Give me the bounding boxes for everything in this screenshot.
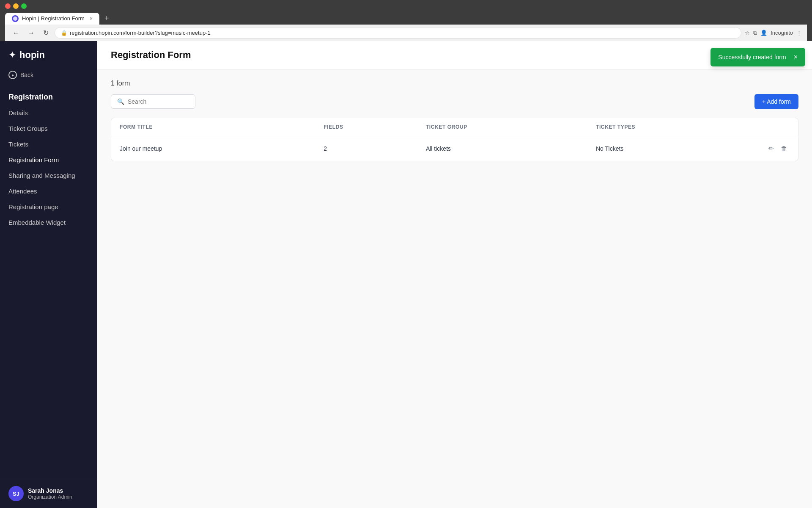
col-header-actions bbox=[757, 118, 798, 136]
sidebar-item-registration-form[interactable]: Registration Form bbox=[0, 152, 97, 168]
browser-chrome: Hopin | Registration Form × + ← → ↻ 🔒 re… bbox=[0, 0, 812, 41]
toolbar: 🔍 + Add form bbox=[111, 94, 798, 109]
logo-text: hopin bbox=[19, 50, 45, 61]
split-view-icon[interactable]: ⧉ bbox=[753, 30, 757, 36]
search-icon: 🔍 bbox=[117, 98, 124, 105]
tab-bar: Hopin | Registration Form × + bbox=[5, 12, 807, 25]
sidebar-item-embeddable-widget[interactable]: Embeddable Widget bbox=[0, 215, 97, 230]
maximize-traffic-light[interactable] bbox=[21, 3, 27, 9]
back-circle-icon: ● bbox=[8, 71, 17, 79]
forms-table: FORM TITLE FIELDS TICKET GROUP TICKET TY… bbox=[111, 118, 798, 161]
tab-title: Hopin | Registration Form bbox=[22, 15, 85, 22]
lock-icon: 🔒 bbox=[61, 30, 67, 36]
user-info: Sarah Jonas Organization Admin bbox=[28, 487, 89, 500]
user-role: Organization Admin bbox=[28, 494, 89, 500]
sidebar-item-registration-page[interactable]: Registration page bbox=[0, 199, 97, 215]
avatar-initials: SJ bbox=[13, 491, 19, 497]
sidebar-item-details[interactable]: Details bbox=[0, 105, 97, 121]
nav-actions: ☆ ⧉ 👤 Incognito ⋮ bbox=[745, 30, 802, 36]
edit-row-button[interactable]: ✏ bbox=[766, 143, 776, 154]
cell-actions: ✏ 🗑 bbox=[757, 136, 798, 161]
cell-ticket-group: All tickets bbox=[417, 136, 587, 161]
svg-point-0 bbox=[13, 17, 17, 21]
close-traffic-light[interactable] bbox=[5, 3, 11, 9]
table-header: FORM TITLE FIELDS TICKET GROUP TICKET TY… bbox=[111, 118, 798, 136]
incognito-label: Incognito bbox=[771, 30, 793, 36]
sidebar-footer: SJ Sarah Jonas Organization Admin bbox=[0, 479, 97, 508]
sidebar-section-label: Registration bbox=[0, 86, 97, 105]
tab-close-button[interactable]: × bbox=[90, 16, 93, 22]
table-header-row: FORM TITLE FIELDS TICKET GROUP TICKET TY… bbox=[111, 118, 798, 136]
user-name: Sarah Jonas bbox=[28, 487, 89, 494]
sidebar-logo: ✦ hopin bbox=[0, 41, 97, 67]
url-text: registration.hopin.com/form-builder?slug… bbox=[70, 30, 211, 36]
profile-icon[interactable]: 👤 bbox=[760, 30, 767, 36]
cell-form-title: Join our meetup bbox=[111, 136, 315, 161]
add-form-button[interactable]: + Add form bbox=[754, 94, 798, 109]
main-content: Successfully created form × Registration… bbox=[97, 41, 812, 508]
bookmark-icon[interactable]: ☆ bbox=[745, 30, 750, 36]
col-header-ticket-group: TICKET GROUP bbox=[417, 118, 587, 136]
reload-button[interactable]: ↻ bbox=[41, 27, 51, 39]
col-header-ticket-types: TICKET TYPES bbox=[587, 118, 757, 136]
back-nav-label: Back bbox=[20, 72, 33, 78]
forms-table-container: FORM TITLE FIELDS TICKET GROUP TICKET TY… bbox=[111, 118, 798, 161]
form-count-label: 1 form bbox=[111, 80, 798, 87]
traffic-lights bbox=[5, 3, 27, 9]
sidebar-item-sharing[interactable]: Sharing and Messaging bbox=[0, 168, 97, 183]
nav-bar: ← → ↻ 🔒 registration.hopin.com/form-buil… bbox=[5, 25, 807, 41]
sidebar-item-ticket-groups[interactable]: Ticket Groups bbox=[0, 121, 97, 136]
col-header-form-title: FORM TITLE bbox=[111, 118, 315, 136]
logo-icon: ✦ bbox=[8, 50, 16, 61]
search-input[interactable] bbox=[128, 98, 189, 105]
more-options-icon[interactable]: ⋮ bbox=[796, 30, 802, 36]
table-row: Join our meetup 2 All tickets No Tickets bbox=[111, 136, 798, 161]
page-title: Registration Form bbox=[111, 50, 191, 61]
minimize-traffic-light[interactable] bbox=[13, 3, 19, 9]
main-header: Registration Form bbox=[97, 41, 812, 69]
content-area: 1 form 🔍 + Add form FORM TITLE bbox=[97, 69, 812, 171]
browser-controls bbox=[5, 3, 807, 9]
cell-ticket-types: No Tickets bbox=[587, 136, 757, 161]
app: ✦ hopin ● Back Registration Details Tick… bbox=[0, 41, 812, 508]
active-tab[interactable]: Hopin | Registration Form × bbox=[5, 13, 99, 25]
new-tab-button[interactable]: + bbox=[101, 12, 112, 25]
avatar: SJ bbox=[8, 486, 24, 501]
col-header-fields: FIELDS bbox=[315, 118, 417, 136]
sidebar-item-attendees[interactable]: Attendees bbox=[0, 183, 97, 199]
table-body: Join our meetup 2 All tickets No Tickets bbox=[111, 136, 798, 161]
success-toast: Successfully created form × bbox=[710, 48, 805, 66]
sidebar-nav: Details Ticket Groups Tickets Registrati… bbox=[0, 105, 97, 479]
tab-favicon bbox=[12, 15, 19, 22]
sidebar: ✦ hopin ● Back Registration Details Tick… bbox=[0, 41, 97, 508]
search-box[interactable]: 🔍 bbox=[111, 94, 195, 109]
address-bar[interactable]: 🔒 registration.hopin.com/form-builder?sl… bbox=[55, 27, 741, 39]
back-nav-item[interactable]: ● Back bbox=[0, 67, 97, 86]
toast-message: Successfully created form bbox=[718, 54, 786, 61]
delete-row-button[interactable]: 🗑 bbox=[778, 143, 790, 154]
toast-close-button[interactable]: × bbox=[794, 54, 798, 61]
back-button[interactable]: ← bbox=[10, 28, 22, 39]
forward-button[interactable]: → bbox=[25, 28, 37, 39]
sidebar-item-tickets[interactable]: Tickets bbox=[0, 136, 97, 152]
cell-fields: 2 bbox=[315, 136, 417, 161]
